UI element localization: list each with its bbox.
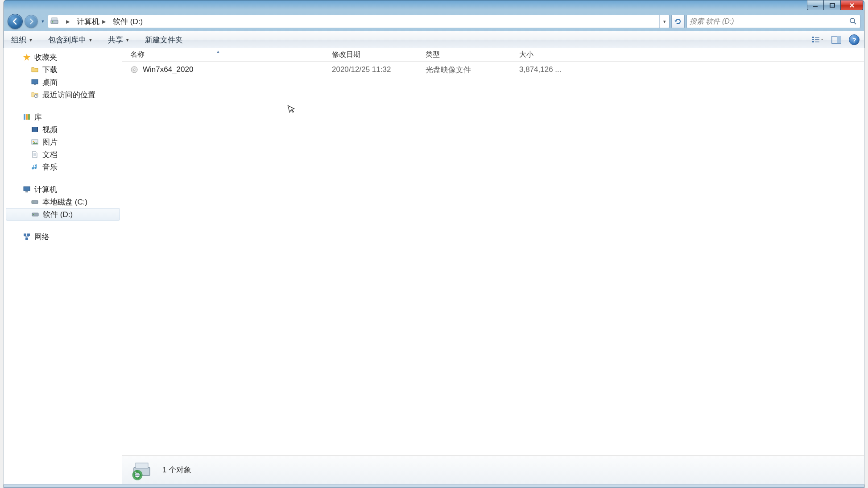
maximize-button[interactable] — [824, 0, 841, 10]
library-icon — [23, 113, 31, 121]
path-label: 计算机 — [77, 17, 99, 27]
column-size[interactable]: 大小 — [511, 50, 574, 59]
network-icon — [23, 233, 31, 241]
path-segment-root[interactable]: ▶ — [60, 15, 73, 28]
svg-rect-26 — [25, 191, 28, 192]
search-icon — [849, 17, 857, 25]
file-size: 3,874,126 ... — [511, 65, 574, 74]
forward-button[interactable] — [25, 15, 38, 28]
help-button[interactable]: ? — [849, 34, 860, 45]
folder-icon — [31, 66, 39, 74]
sidebar-videos[interactable]: 视频 — [4, 123, 122, 136]
preview-pane-button[interactable] — [830, 34, 843, 46]
file-list-area: 名称 ▲ 修改日期 类型 大小 Win7x64_2020 2020/12/25 … — [122, 48, 864, 484]
path-segment-drive[interactable]: 软件 (D:) — [109, 15, 146, 28]
star-icon — [23, 53, 31, 61]
sidebar-drive-d[interactable]: 软件 (D:) — [6, 208, 120, 221]
drive-icon — [31, 198, 39, 206]
svg-rect-19 — [28, 114, 30, 120]
svg-point-30 — [33, 214, 34, 215]
svg-rect-32 — [27, 234, 30, 236]
svg-point-5 — [850, 18, 855, 23]
video-icon — [31, 125, 39, 133]
include-in-library-button[interactable]: 包含到库中▼ — [45, 33, 95, 47]
disc-image-icon — [130, 66, 138, 74]
share-button[interactable]: 共享▼ — [105, 33, 132, 47]
svg-rect-7 — [812, 39, 814, 40]
svg-rect-6 — [812, 37, 814, 38]
music-icon — [31, 163, 39, 171]
sidebar-libraries[interactable]: 库 — [4, 111, 122, 123]
path-segment-computer[interactable]: 计算机 ▶ — [73, 15, 109, 28]
svg-rect-14 — [32, 79, 38, 84]
new-folder-button[interactable]: 新建文件夹 — [142, 33, 186, 47]
svg-rect-31 — [24, 234, 26, 236]
recent-icon — [31, 91, 39, 99]
svg-point-35 — [133, 69, 135, 71]
titlebar — [4, 0, 864, 12]
view-options-button[interactable] — [811, 34, 824, 46]
sort-indicator-icon: ▲ — [216, 49, 220, 54]
pictures-icon — [31, 138, 39, 146]
svg-rect-13 — [837, 36, 841, 43]
svg-rect-18 — [26, 114, 28, 120]
path-dropdown[interactable]: ▾ — [659, 15, 669, 28]
svg-rect-17 — [24, 114, 25, 120]
address-bar[interactable]: ▶ 计算机 ▶ 软件 (D:) ▾ — [48, 15, 670, 28]
svg-rect-4 — [52, 18, 57, 20]
navigation-pane: 收藏夹 下载 桌面 最近访问的位置 库 视频 — [4, 48, 122, 484]
sidebar-desktop[interactable]: 桌面 — [4, 76, 122, 88]
minimize-button[interactable] — [807, 0, 824, 10]
organize-button[interactable]: 组织▼ — [8, 33, 36, 47]
svg-rect-10 — [815, 39, 819, 40]
sidebar-recent[interactable]: 最近访问的位置 — [4, 88, 122, 101]
status-bar: 1 个对象 — [122, 455, 864, 484]
svg-rect-2 — [51, 20, 58, 24]
svg-rect-9 — [815, 37, 819, 38]
svg-rect-8 — [812, 41, 814, 42]
svg-rect-25 — [24, 187, 30, 191]
search-box[interactable]: 搜索 软件 (D:) — [686, 15, 860, 28]
file-date: 2020/12/25 11:32 — [324, 65, 417, 74]
toolbar: 组织▼ 包含到库中▼ 共享▼ 新建文件夹 ? — [4, 31, 864, 49]
close-button[interactable] — [841, 0, 863, 10]
refresh-button[interactable] — [671, 15, 685, 28]
back-button[interactable] — [8, 14, 23, 29]
sidebar-computer[interactable]: 计算机 — [4, 183, 122, 196]
sidebar-downloads[interactable]: 下载 — [4, 63, 122, 76]
svg-rect-20 — [32, 127, 38, 132]
sidebar-drive-c[interactable]: 本地磁盘 (C:) — [4, 196, 122, 208]
svg-rect-37 — [136, 463, 148, 468]
file-row[interactable]: Win7x64_2020 2020/12/25 11:32 光盘映像文件 3,8… — [122, 62, 864, 78]
status-text: 1 个对象 — [162, 465, 191, 475]
column-type[interactable]: 类型 — [417, 50, 511, 59]
svg-rect-11 — [815, 42, 819, 42]
sidebar-pictures[interactable]: 图片 — [4, 136, 122, 148]
svg-rect-0 — [813, 6, 818, 7]
svg-point-24 — [33, 141, 34, 142]
sidebar-music[interactable]: 音乐 — [4, 161, 122, 173]
column-date[interactable]: 修改日期 — [324, 50, 417, 59]
file-name: Win7x64_2020 — [143, 65, 193, 74]
file-type: 光盘映像文件 — [417, 65, 511, 75]
column-name[interactable]: 名称 ▲ — [122, 50, 324, 59]
svg-point-3 — [52, 21, 54, 23]
desktop-icon — [31, 78, 39, 86]
sidebar-favorites[interactable]: 收藏夹 — [4, 51, 122, 63]
drive-large-icon — [131, 459, 153, 481]
main-area: 收藏夹 下载 桌面 最近访问的位置 库 视频 — [4, 48, 864, 484]
sidebar-documents[interactable]: 文档 — [4, 148, 122, 161]
svg-rect-15 — [34, 84, 36, 85]
svg-rect-22 — [37, 127, 38, 132]
path-label: 软件 (D:) — [113, 17, 143, 27]
svg-point-28 — [33, 202, 33, 203]
column-headers: 名称 ▲ 修改日期 类型 大小 — [122, 48, 864, 62]
svg-rect-1 — [830, 4, 835, 7]
nav-row: ▼ ▶ 计算机 ▶ 软件 (D:) ▾ 搜索 软件 (D:) — [4, 12, 864, 31]
computer-icon — [23, 185, 31, 193]
search-placeholder: 搜索 软件 (D:) — [690, 17, 734, 26]
svg-rect-33 — [25, 238, 28, 240]
sidebar-network[interactable]: 网络 — [4, 230, 122, 243]
history-dropdown[interactable]: ▼ — [40, 14, 46, 29]
document-icon — [31, 150, 39, 158]
